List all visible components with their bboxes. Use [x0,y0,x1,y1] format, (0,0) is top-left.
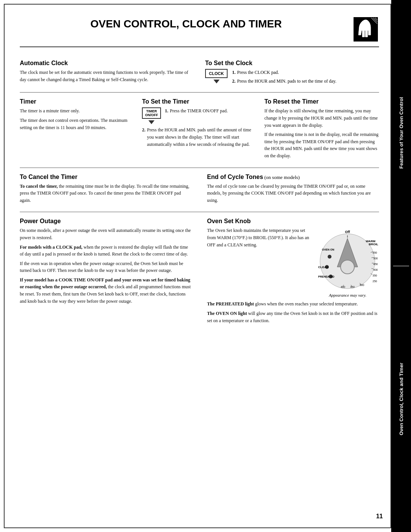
set-timer-section: To Set the Timer TIMER ON/OFF 1. Press t… [142,98,256,161]
svg-text:500: 500 [373,257,378,260]
side-tab: Features of Your Oven Control Oven Contr… [391,0,411,532]
set-clock-section: To Set the Clock CLOCK 1. Press the CLOC… [201,60,379,86]
svg-text:400: 400 [373,268,378,271]
power-outage-title: Power Outage [20,218,192,225]
timer-section: Timer The timer is a minute timer only. … [20,98,134,161]
timer-pad-arrow [148,120,155,124]
set-timer-title: To Set the Timer [142,98,256,105]
set-timer-step1: 1. Press the TIMER ON/OFF pad. [165,107,228,115]
reset-timer-title: To Reset the Timer [264,98,379,105]
timer-pad-box: TIMER ON/OFF [142,107,161,119]
svg-point-11 [328,255,331,259]
timer-title: Timer [20,98,134,105]
svg-text:PREHEATED: PREHEATED [318,275,335,278]
main-content: OVEN CONTROL, CLOCK AND TIMER [4,4,391,528]
end-of-cycle-section: End of Cycle Tones (on some models) The … [199,174,379,206]
eoc-subtitle: (on some models) [263,174,299,180]
svg-text:500: 500 [360,284,364,286]
reset-timer-section: To Reset the Timer If the display is sti… [264,98,379,161]
svg-text:400: 400 [341,286,345,288]
clock-pad-illustration: CLOCK [205,69,228,83]
oven-knob-illustration: Off BROIL 550 500 450 400 350 500 450 [316,227,379,297]
eoc-title: End of Cycle Tones [207,174,263,180]
section-row-power: Power Outage On some models, after a pow… [20,212,379,338]
clock-pad-arrow [213,80,220,83]
automatic-clock-section: Automatic Clock The clock must be set fo… [20,60,194,86]
set-clock-steps: 1. Press the CLOCK pad. 2. Press the HOU… [232,69,336,86]
cancel-timer-section: To Cancel the Timer To cancel the timer,… [20,174,192,206]
set-clock-title: To Set the Clock [205,60,379,67]
knob-svg: Off BROIL 550 500 450 400 350 500 450 [316,227,379,290]
section-row-cancel: To Cancel the Timer To cancel the timer,… [20,168,379,212]
automatic-clock-title: Automatic Clock [20,60,194,67]
oven-set-knob-title: Oven Set Knob [207,218,379,225]
svg-text:250: 250 [373,280,377,283]
appear-note: Appearance may vary. [316,293,379,297]
svg-text:450: 450 [350,286,355,288]
title-icon [352,16,379,43]
svg-text:550: 550 [373,251,377,254]
page-number: 11 [376,513,383,520]
svg-text:350: 350 [373,274,377,277]
eoc-body: The end of cycle tone can be cleared by … [207,183,379,204]
svg-point-10 [341,260,354,274]
set-clock-step1: 1. Press the CLOCK pad. [232,69,336,76]
timer-body: The timer is a minute timer only. The ti… [20,107,134,131]
automatic-clock-body: The clock must be set for the automatic … [20,69,194,83]
oven-set-knob-section: Oven Set Knob The Oven Set knob maintain… [199,218,379,326]
section-row-timer: Timer The timer is a minute timer only. … [20,93,379,168]
power-outage-section: Power Outage On some models, after a pow… [20,218,192,326]
timer-pad-illustration: TIMER ON/OFF [142,107,161,124]
clock-pad-label: CLOCK [205,69,228,78]
svg-text:Off: Off [345,230,350,234]
side-tab-top-label: Features of Your Oven Control [397,0,406,266]
set-timer-step2-text: 2. Press the HOUR and MIN. pads until th… [142,126,256,148]
svg-text:BROIL: BROIL [369,243,378,246]
svg-text:CLEAN: CLEAN [318,265,329,269]
set-clock-step2: 2. Press the HOUR and MIN. pads to set t… [232,78,336,85]
side-tab-bottom-label: Oven Control, Clock and Timer [397,266,406,532]
svg-text:WARM: WARM [366,240,376,243]
cancel-timer-title: To Cancel the Timer [20,174,192,181]
section-row-clock: Automatic Clock The clock must be set fo… [20,54,379,93]
svg-text:450: 450 [373,263,378,265]
title-section: OVEN CONTROL, CLOCK AND TIMER [20,16,379,47]
page-title: OVEN CONTROL, CLOCK AND TIMER [20,16,352,30]
svg-text:OVEN ON: OVEN ON [322,248,334,251]
